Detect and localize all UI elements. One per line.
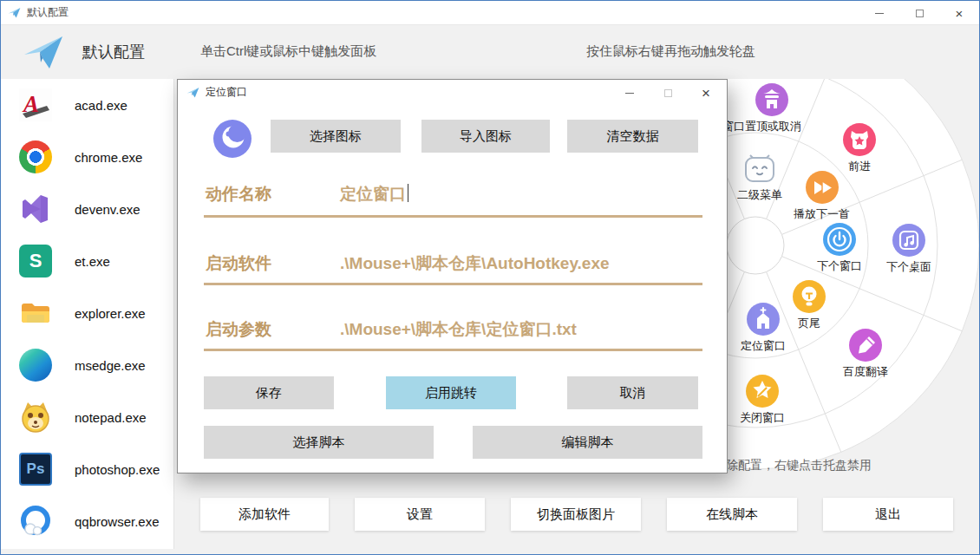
sidebar-item-et[interactable]: S et.exe xyxy=(1,242,174,280)
wheel-item-pin-window[interactable]: 窗口置顶或取消 xyxy=(742,83,801,134)
exit-button[interactable]: 退出 xyxy=(823,498,953,531)
locate-window-icon xyxy=(747,303,780,336)
header: 默认配置 单击Ctrl键或鼠标中键触发面板 按住鼠标右键再拖动触发轮盘 xyxy=(1,25,979,79)
save-button[interactable]: 保存 xyxy=(204,376,334,409)
sidebar-item-chrome[interactable]: chrome.exe xyxy=(1,138,174,176)
sidebar-item-notepad[interactable]: notepad.exe xyxy=(1,398,174,436)
maximize-icon xyxy=(664,89,672,97)
sidebar-item-acad[interactable]: A acad.exe xyxy=(1,86,174,124)
wheel-item-label: 页尾 xyxy=(798,316,820,331)
dialog-title: 定位窗口 xyxy=(206,85,247,100)
select-icon-button[interactable]: 选择图标 xyxy=(271,120,401,153)
switch-panel-image-button[interactable]: 切换面板图片 xyxy=(511,498,641,531)
edit-script-button[interactable]: 编辑脚本 xyxy=(473,426,702,459)
app-name: notepad.exe xyxy=(75,410,147,425)
text-caret xyxy=(408,184,408,202)
edge-icon xyxy=(19,349,52,382)
app-sidebar: A acad.exe chrome.exe devenv.exe S et.ex… xyxy=(1,79,174,549)
visual-studio-icon xyxy=(19,193,52,225)
next-desktop-icon xyxy=(892,224,925,257)
dialog-close-button[interactable]: × xyxy=(687,80,725,106)
sidebar-item-msedge[interactable]: msedge.exe xyxy=(1,346,174,384)
wheel-item-label: 百度翻译 xyxy=(843,364,888,380)
field-underline xyxy=(204,349,702,351)
sidebar-item-qqbrowser[interactable]: qqbrowser.exe xyxy=(1,502,174,540)
dialog-minimize-button[interactable] xyxy=(611,80,649,106)
wheel-item-forward[interactable]: 前进 xyxy=(843,123,876,174)
wheel-item-secondary-menu[interactable]: 二级菜单 xyxy=(737,152,782,203)
action-name-label: 动作名称 xyxy=(206,183,271,206)
clear-data-button[interactable]: 清空数据 xyxy=(567,120,698,153)
folder-icon xyxy=(19,297,52,330)
pin-window-icon xyxy=(755,83,788,116)
baidu-translate-icon xyxy=(849,329,882,362)
wheel-item-locate-window[interactable]: 定位窗口 xyxy=(741,303,786,354)
app-name: et.exe xyxy=(75,254,110,269)
close-icon: × xyxy=(702,86,710,101)
app-window: 默认配置 × 默认配置 单击Ctrl键或鼠标中键触发面板 按住鼠标右键再拖动触发… xyxy=(0,0,980,555)
enable-jump-button[interactable]: 启用跳转 xyxy=(386,376,516,409)
wheel-item-next-desktop[interactable]: 下个桌面 xyxy=(886,224,931,275)
import-icon-button[interactable]: 导入图标 xyxy=(421,120,550,153)
wheel-item-label: 关闭窗口 xyxy=(740,410,785,426)
minimize-icon xyxy=(625,93,634,94)
window-title: 默认配置 xyxy=(27,5,69,20)
wps-spreadsheet-icon: S xyxy=(19,245,52,278)
field-underline xyxy=(204,215,702,218)
sidebar-item-photoshop[interactable]: Ps photoshop.exe xyxy=(1,450,174,488)
field-underline xyxy=(204,283,702,285)
app-name: msedge.exe xyxy=(75,358,146,373)
action-moon-icon xyxy=(213,120,252,158)
wheel-item-label: 前进 xyxy=(848,159,871,174)
qqbrowser-icon xyxy=(19,505,52,538)
app-logo-paper-plane-icon xyxy=(22,31,65,73)
photoshop-icon: Ps xyxy=(19,453,52,486)
app-name: devenv.exe xyxy=(75,202,140,217)
next-window-icon xyxy=(823,223,856,256)
launch-args-input[interactable]: .\Mouse+\脚本仓库\定位窗口.txt xyxy=(340,318,577,341)
cancel-button[interactable]: 取消 xyxy=(567,376,698,409)
settings-button[interactable]: 设置 xyxy=(355,498,485,531)
select-script-button[interactable]: 选择脚本 xyxy=(204,426,434,459)
online-scripts-button[interactable]: 在线脚本 xyxy=(667,498,797,531)
dialog-window-controls: × xyxy=(611,80,725,106)
dialog-maximize-button[interactable] xyxy=(649,80,687,106)
action-name-input[interactable]: 定位窗口 xyxy=(340,183,408,206)
profile-name: 默认配置 xyxy=(82,42,145,62)
wheel-item-play-next[interactable]: 播放下一首 xyxy=(794,171,850,222)
title-bar: 默认配置 xyxy=(1,1,979,25)
wheel-item-baidu-translate[interactable]: 百度翻译 xyxy=(843,329,888,380)
wheel-item-label: 播放下一首 xyxy=(794,206,850,222)
wheel-item-label: 下个桌面 xyxy=(886,259,931,275)
wheel-item-page-end[interactable]: 页尾 xyxy=(793,280,826,331)
wheel-item-label: 定位窗口 xyxy=(741,338,786,354)
app-name: qqbrowser.exe xyxy=(75,514,160,529)
close-button[interactable]: × xyxy=(939,1,979,25)
wheel-item-next-window[interactable]: 下个窗口 xyxy=(817,223,862,274)
app-name: photoshop.exe xyxy=(75,462,160,477)
panel-trigger-hint: 单击Ctrl键或鼠标中键触发面板 xyxy=(200,43,376,60)
secondary-menu-icon xyxy=(743,152,776,185)
maximize-button[interactable] xyxy=(899,1,939,25)
close-window-icon xyxy=(746,375,779,408)
chrome-icon xyxy=(19,140,52,173)
minimize-icon xyxy=(875,13,884,14)
wheel-item-label: 窗口置顶或取消 xyxy=(722,119,801,134)
wheel-item-label: 二级菜单 xyxy=(737,187,782,203)
minimize-button[interactable] xyxy=(859,1,899,25)
app-name: explorer.exe xyxy=(75,306,146,321)
launch-app-label: 启动软件 xyxy=(206,252,271,275)
svg-text:A: A xyxy=(22,91,39,117)
forward-icon xyxy=(843,123,876,156)
locate-window-dialog: 定位窗口 × 选择图标 导入图标 清空数据 动作名称 定位窗口 启动软件 .\M… xyxy=(177,79,728,473)
app-name: chrome.exe xyxy=(75,150,142,165)
launch-args-label: 启动参数 xyxy=(206,318,271,341)
add-app-button[interactable]: 添加软件 xyxy=(200,498,329,531)
doge-icon xyxy=(19,401,52,434)
sidebar-item-devenv[interactable]: devenv.exe xyxy=(1,190,174,228)
paper-plane-icon xyxy=(186,86,199,99)
wheel-item-close-window[interactable]: 关闭窗口 xyxy=(740,375,785,426)
sidebar-item-explorer[interactable]: explorer.exe xyxy=(1,294,174,332)
app-name: acad.exe xyxy=(75,98,127,113)
launch-app-input[interactable]: .\Mouse+\脚本仓库\AutoHotkey.exe xyxy=(340,252,610,275)
